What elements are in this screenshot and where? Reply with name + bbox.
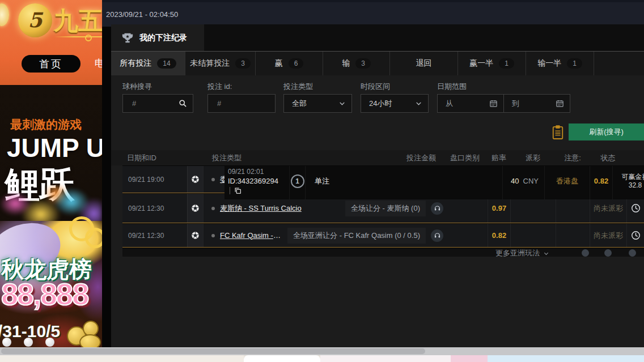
- promo2-ring-decor: [85, 228, 102, 248]
- soccer-ball-icon: [191, 204, 200, 212]
- modal-title: 我的下注纪录: [139, 33, 187, 43]
- clipboard-icon[interactable]: [552, 125, 564, 140]
- bet-id-input[interactable]: [216, 99, 269, 108]
- payout-value: 32.8: [629, 181, 642, 190]
- tab-label: 赢: [275, 58, 283, 69]
- col-payout: 派彩: [510, 150, 556, 165]
- more-asian-markets-link[interactable]: 更多亚洲玩法: [495, 248, 549, 258]
- bet-amount: 40: [511, 177, 519, 185]
- footer-icon[interactable]: [582, 249, 589, 257]
- more-label: 更多亚洲玩法: [495, 248, 540, 258]
- odds-value: 0.82: [492, 231, 506, 240]
- sidebar: 5 九五 首页 电 最刺激的游戏 JUMP U 鲤跃 秋龙虎榜 88,888 /…: [0, 0, 102, 362]
- promo1-tagline: 最刺激的游戏: [10, 117, 82, 133]
- tab-lost[interactable]: 输 3: [323, 52, 390, 75]
- bet-type: 单注: [315, 176, 329, 186]
- market-class: 香港盘: [556, 176, 578, 186]
- tab-label: 输: [342, 58, 350, 69]
- selection-label: 全场亚洲让分 - FC Kafr Qasim (0 / 0.5): [287, 228, 426, 244]
- col-spacer: [187, 150, 203, 165]
- col-market: 盘口类别: [442, 150, 488, 165]
- bet-filter-tabs: 所有投注 14 未结算投注 3 赢 6 输 3 退回 赢一半 1: [111, 51, 644, 75]
- bet-date: 09/21 02:01: [228, 168, 264, 176]
- chevron-down-icon: [338, 100, 346, 107]
- tab-refunded[interactable]: 退回: [390, 52, 458, 75]
- date-from-picker[interactable]: 从: [438, 95, 503, 112]
- status-badge: 尚未派彩: [594, 203, 623, 214]
- bet-type-select[interactable]: 全部: [283, 94, 352, 113]
- page-bottom-sliver: [0, 355, 644, 362]
- tab-label: 输一半: [537, 58, 561, 69]
- sport-search-field: [122, 94, 193, 113]
- soccer-ball-icon: [191, 231, 200, 240]
- date-to-picker[interactable]: 到: [503, 95, 570, 112]
- copy-icon[interactable]: [234, 187, 242, 194]
- tab-won[interactable]: 赢 6: [256, 52, 323, 75]
- tab-count-badge: 1: [567, 58, 582, 69]
- nav-home-button[interactable]: 首页: [22, 55, 80, 73]
- main-content: 2023/09/21 - 02:04:50 我的下注纪录 所有投注 14 未结算…: [102, 0, 644, 362]
- table-footer-partial: 更多亚洲玩法: [122, 248, 644, 257]
- logo-glyph: 5: [28, 8, 42, 32]
- tab-unsettled-bets[interactable]: 未结算投注 3: [185, 52, 256, 75]
- tab-half-lost[interactable]: 输一半 1: [526, 52, 594, 75]
- datetime-display: 2023/09/21 - 02:04:50: [106, 10, 178, 19]
- horizontal-scrollbar[interactable]: [0, 347, 644, 355]
- headset-icon[interactable]: [431, 229, 443, 242]
- nav-item-partial[interactable]: 电: [95, 57, 102, 70]
- page-bottom-segment: [0, 355, 244, 362]
- modal-header: 我的下注纪录: [111, 24, 644, 51]
- circled-1-icon: 1: [291, 174, 304, 188]
- col-odds: 赔率: [488, 150, 510, 165]
- page-bottom-segment: [451, 355, 488, 362]
- brand-logo[interactable]: 九五: [53, 5, 102, 38]
- refresh-search-button[interactable]: 刷新(搜寻): [569, 123, 644, 140]
- tab-my-bet-records[interactable]: 我的下注纪录: [111, 24, 204, 51]
- footer-icon[interactable]: [629, 249, 636, 257]
- topbar: 2023/09/21 - 02:04:50: [102, 0, 644, 27]
- col-amount: 投注金额: [400, 150, 442, 165]
- period-select[interactable]: 24小时: [361, 94, 429, 113]
- match-link[interactable]: 麦斯纳 - SS Turris Calcio: [220, 203, 302, 214]
- promo2-dot: [2, 338, 11, 347]
- event-date: 09/21 12:30: [128, 232, 164, 240]
- sport-search-label: 球种搜寻: [122, 82, 193, 92]
- match-link[interactable]: FC Kafr Qasim - 拿兹瑞...: [220, 231, 282, 241]
- bet-row-main: 09/21 02:01 ID:3432369294 1 单注 40CNY 香港盘…: [224, 165, 644, 196]
- promo2-amount: 88,888: [1, 276, 88, 312]
- bet-id-field: [207, 94, 276, 113]
- date-range-field: 从 到: [437, 94, 570, 113]
- tabs-filler: [594, 52, 644, 75]
- filters-bar: 球种搜寻 投注 id: 投注类型: [122, 82, 644, 117]
- page-bottom-segment: [488, 355, 644, 362]
- tab-count-badge: 6: [289, 58, 304, 69]
- promo-banner-leaderboard[interactable]: 秋龙虎榜 88,888 /31-10/5: [0, 221, 102, 348]
- search-icon[interactable]: [179, 99, 187, 108]
- trophy-icon: [121, 32, 134, 44]
- currency: CNY: [523, 177, 539, 185]
- tab-count-badge: 1: [499, 58, 514, 69]
- calendar-icon: [556, 99, 564, 108]
- tab-half-won[interactable]: 赢一半 1: [458, 52, 526, 75]
- tab-label: 退回: [416, 58, 432, 69]
- sport-search-input[interactable]: [131, 99, 179, 108]
- table-header: 日期和ID 投注类型 投注金额 盘口类别 赔率 派彩 注意: 状态: [111, 150, 644, 165]
- tab-count-badge: 3: [355, 58, 371, 69]
- footer-icon[interactable]: [604, 249, 612, 257]
- calendar-icon: [489, 99, 498, 108]
- logo-flourish: [54, 36, 102, 37]
- tab-all-bets[interactable]: 所有投注 14: [111, 52, 185, 75]
- brand-coin-icon[interactable]: 5: [18, 3, 52, 37]
- logo-edge-decor: [0, 3, 9, 26]
- promo-banners: 最刺激的游戏 JUMP U 鲤跃 秋龙虎榜 88,888 /31-10/5: [0, 85, 102, 348]
- tab-count-badge: 3: [235, 58, 251, 69]
- scrollbar-thumb[interactable]: [1, 348, 425, 354]
- tab-label: 所有投注: [120, 58, 151, 69]
- soccer-ball-icon: [191, 175, 200, 184]
- headset-icon[interactable]: [431, 202, 443, 215]
- col-note: 注意:: [556, 150, 590, 165]
- payout-cell: [510, 224, 556, 247]
- col-status: 状态: [590, 150, 626, 165]
- bet-type-label: 投注类型: [283, 82, 352, 92]
- bet-records-modal: 我的下注纪录 所有投注 14 未结算投注 3 赢 6 输 3 退回: [111, 24, 644, 348]
